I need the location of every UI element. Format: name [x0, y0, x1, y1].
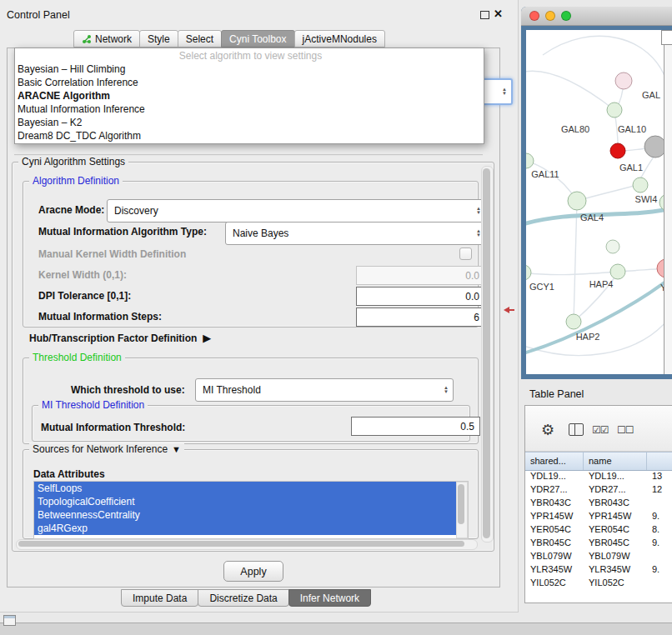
scrollbar-button[interactable]	[661, 30, 672, 45]
network-graph[interactable]: GAL GAL80 GAL10 GAL11 GAL1 SWI4 GAL4 GCY…	[526, 30, 664, 374]
network-node[interactable]	[610, 143, 625, 158]
dpi-tolerance-field[interactable]: 0.0	[356, 287, 485, 306]
tab-label: Select	[186, 33, 213, 45]
table-row[interactable]: YPR145W YPR145W 9.	[525, 509, 672, 522]
algorithm-option[interactable]: Dream8 DC_TDC Algorithm	[15, 129, 484, 142]
mi-threshold-field[interactable]: 0.5	[351, 417, 480, 436]
algorithm-definition-group: Algorithm Definition Aracne Mode: Discov…	[23, 181, 479, 328]
tab-discretize-data[interactable]: Discretize Data	[198, 589, 288, 607]
network-node[interactable]	[607, 102, 622, 118]
close-icon[interactable]: ✕	[494, 8, 503, 20]
algorithm-option[interactable]: Bayesian – K2	[15, 116, 484, 129]
table-panel-title: Table Panel	[529, 388, 584, 400]
dpi-tolerance-label: DPI Tolerance [0,1]:	[38, 290, 131, 302]
manual-kernel-label: Manual Kernel Width Definition	[38, 248, 186, 260]
table-row[interactable]: YER054C YER054C 8.	[525, 522, 672, 536]
aracne-mode-combo[interactable]: Discovery ▲▼	[107, 199, 486, 222]
algorithm-option[interactable]: Mutual Information Inference	[15, 102, 484, 116]
mi-steps-label: Mutual Information Steps:	[38, 311, 162, 322]
control-panel-title: Control Panel	[7, 9, 70, 21]
tab-impute-data[interactable]: Impute Data	[121, 589, 198, 607]
table-header: shared... name	[525, 452, 672, 471]
list-item[interactable]: BetweennessCentrality	[34, 508, 468, 522]
network-node[interactable]	[633, 178, 648, 192]
network-node[interactable]	[568, 192, 586, 210]
table-row[interactable]: YBR043C YBR043C	[525, 496, 672, 509]
apply-button[interactable]: Apply	[223, 561, 283, 582]
network-canvas[interactable]: GAL GAL80 GAL10 GAL11 GAL1 SWI4 GAL4 GCY…	[526, 30, 664, 374]
mi-threshold-group: MI Threshold Definition Mutual Informati…	[32, 405, 470, 442]
expand-right-triangle-icon: ▶	[203, 332, 211, 344]
settings-horizontal-scrollbar[interactable]	[16, 539, 478, 550]
table-row[interactable]: YDR27... YDR27... 12	[525, 482, 672, 496]
algorithm-option[interactable]: Basic Correlation Inference	[15, 76, 484, 89]
column-header[interactable]: name	[584, 452, 647, 470]
combo-arrows-icon: ▲▼	[502, 88, 507, 96]
table-row[interactable]: YIL052C YIL052C	[525, 576, 672, 589]
panel-toggle-icon[interactable]	[3, 615, 16, 626]
network-window-titlebar[interactable]	[521, 7, 672, 26]
bottom-tabbar: Impute Data Discretize Data Infer Networ…	[121, 589, 370, 607]
cell	[647, 576, 672, 589]
mi-type-combo[interactable]: Naive Bayes ▲▼	[225, 222, 486, 245]
list-item[interactable]: TopologicalCoefficient	[34, 495, 468, 508]
cell: YLR345W	[584, 562, 647, 576]
tab-label: jActiveMNodules	[303, 33, 377, 45]
settings-vertical-scrollbar[interactable]	[481, 166, 494, 542]
select-all-checkboxes-icon[interactable]: ☑☑	[592, 424, 609, 436]
network-node[interactable]	[615, 72, 632, 89]
kernel-width-field: 0.0	[356, 266, 485, 285]
zoom-traffic-light[interactable]	[561, 11, 571, 21]
collapse-down-triangle-icon: ▼	[172, 443, 181, 456]
sources-toggle[interactable]: Sources for Network Inference ▼	[29, 443, 184, 456]
tab-style[interactable]: Style	[139, 30, 178, 48]
table-row[interactable]: YBL079W YBL079W	[525, 549, 672, 562]
network-node[interactable]	[606, 240, 619, 253]
tab-jactivemnodules[interactable]: jActiveMNodules	[294, 30, 385, 48]
list-scrollbar[interactable]	[456, 482, 468, 538]
mi-steps-field[interactable]: 6	[356, 308, 485, 327]
cell: YER054C	[525, 522, 584, 536]
group-title: Threshold Definition	[29, 352, 125, 364]
splitter-arrow-icon[interactable]	[504, 307, 509, 313]
minimize-traffic-light[interactable]	[545, 11, 555, 21]
network-node[interactable]	[526, 265, 531, 280]
tab-network[interactable]: Network	[73, 30, 140, 48]
control-panel-window: Control Panel ✕ Network Style Select Cyn…	[0, 0, 519, 612]
mi-type-label: Mutual Information Algorithm Type:	[38, 226, 207, 238]
algorithm-option[interactable]: Bayesian – Hill Climbing	[15, 62, 484, 76]
network-node[interactable]	[526, 153, 534, 168]
close-traffic-light[interactable]	[529, 11, 539, 21]
hub-definition-toggle[interactable]: Hub/Transcription Factor Definition ▶	[29, 332, 211, 344]
which-threshold-combo[interactable]: MI Threshold ▲▼	[195, 378, 454, 402]
combo-value: Discovery	[114, 205, 471, 217]
cell	[647, 496, 672, 509]
network-node[interactable]	[657, 259, 664, 278]
cell: YBR043C	[525, 496, 584, 509]
list-item[interactable]: SelfLoops	[34, 482, 468, 495]
combo-value: Naive Bayes	[233, 228, 471, 239]
column-header[interactable]	[647, 452, 672, 470]
sources-group: Sources for Network Inference ▼ Data Att…	[23, 449, 479, 539]
network-node[interactable]	[566, 314, 581, 329]
table-row[interactable]: YBR045C YBR045C 9.	[525, 536, 672, 549]
sources-title: Sources for Network Inference	[33, 443, 168, 456]
group-title: Algorithm Definition	[29, 175, 123, 188]
node-label: GCY1	[529, 282, 554, 292]
table-row[interactable]: YDL19... YDL19... 13	[525, 469, 672, 482]
float-icon[interactable]	[480, 11, 489, 19]
algorithm-option-selected[interactable]: ARACNE Algorithm	[15, 89, 484, 102]
columns-icon[interactable]	[569, 423, 584, 436]
table-row[interactable]: YLR345W YLR345W 9.	[525, 562, 672, 576]
threshold-definition-group: Threshold Definition Which threshold to …	[23, 358, 479, 444]
gear-icon[interactable]: ⚙	[541, 421, 554, 439]
tab-select[interactable]: Select	[178, 30, 222, 48]
network-node[interactable]	[644, 136, 664, 158]
deselect-all-checkboxes-icon[interactable]: ☐☐	[617, 424, 634, 436]
tab-cyni-toolbox[interactable]: Cyni Toolbox	[221, 30, 294, 48]
network-node[interactable]	[610, 264, 625, 279]
column-header[interactable]: shared...	[525, 452, 584, 470]
list-item[interactable]: gal4RGexp	[34, 522, 468, 535]
tab-infer-network[interactable]: Infer Network	[288, 589, 371, 607]
network-vertical-scrollbar[interactable]	[664, 30, 672, 374]
